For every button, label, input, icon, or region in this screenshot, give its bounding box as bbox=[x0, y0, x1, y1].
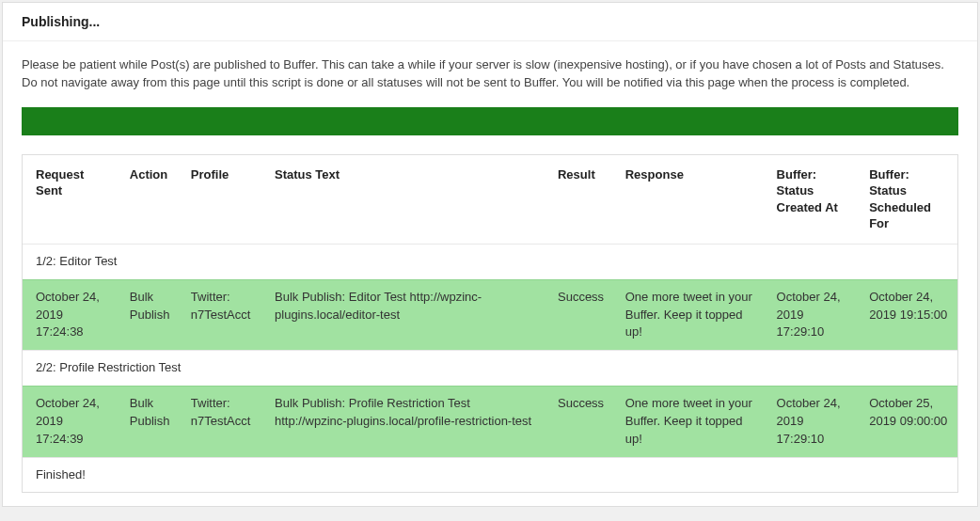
col-result: Result bbox=[548, 155, 616, 245]
cell-response: One more tweet in your Buffer. Keep it t… bbox=[616, 279, 767, 351]
notice-text: Please be patient while Post(s) are publ… bbox=[22, 56, 958, 92]
section-row: 1/2: Editor Test bbox=[23, 244, 957, 279]
panel-title: Publishing... bbox=[3, 3, 977, 41]
col-request-sent: Request Sent bbox=[23, 155, 120, 245]
results-table: Request Sent Action Profile Status Text … bbox=[23, 155, 957, 493]
cell-created-at: October 24, 2019 17:29:10 bbox=[767, 279, 861, 351]
cell-action: Bulk Publish bbox=[120, 387, 182, 458]
progress-bar bbox=[22, 107, 958, 135]
cell-result: Success bbox=[548, 279, 616, 351]
cell-profile: Twitter: n7TestAcct bbox=[182, 387, 265, 458]
publishing-panel: Publishing... Please be patient while Po… bbox=[2, 2, 978, 507]
table-row: October 24, 2019 17:24:38 Bulk Publish T… bbox=[23, 279, 957, 351]
cell-request-sent: October 24, 2019 17:24:39 bbox=[23, 387, 120, 458]
cell-profile: Twitter: n7TestAcct bbox=[182, 279, 265, 351]
section-label: 1/2: Editor Test bbox=[23, 244, 957, 279]
col-status-text: Status Text bbox=[265, 155, 548, 245]
section-label: 2/2: Profile Restriction Test bbox=[23, 351, 957, 387]
cell-response: One more tweet in your Buffer. Keep it t… bbox=[616, 387, 767, 458]
col-profile: Profile bbox=[182, 155, 265, 245]
col-action: Action bbox=[120, 155, 182, 245]
results-table-wrap: Request Sent Action Profile Status Text … bbox=[22, 154, 958, 494]
panel-body: Please be patient while Post(s) are publ… bbox=[3, 41, 977, 506]
cell-status-text: Bulk Publish: Editor Test http://wpzinc-… bbox=[265, 279, 548, 351]
finished-row: Finished! bbox=[23, 457, 957, 492]
table-header-row: Request Sent Action Profile Status Text … bbox=[23, 155, 957, 245]
cell-request-sent: October 24, 2019 17:24:38 bbox=[23, 279, 120, 351]
cell-scheduled-for: October 24, 2019 19:15:00 bbox=[860, 279, 957, 351]
cell-created-at: October 24, 2019 17:29:10 bbox=[767, 387, 861, 458]
section-row: 2/2: Profile Restriction Test bbox=[23, 351, 957, 387]
col-scheduled-for: Buffer: Status Scheduled For bbox=[860, 155, 957, 245]
cell-scheduled-for: October 25, 2019 09:00:00 bbox=[860, 387, 957, 458]
cell-result: Success bbox=[548, 387, 616, 458]
table-row: October 24, 2019 17:24:39 Bulk Publish T… bbox=[23, 387, 957, 458]
cell-status-text: Bulk Publish: Profile Restriction Test h… bbox=[265, 387, 548, 458]
col-response: Response bbox=[616, 155, 767, 245]
finished-label: Finished! bbox=[23, 457, 957, 492]
cell-action: Bulk Publish bbox=[120, 279, 182, 351]
col-created-at: Buffer: Status Created At bbox=[767, 155, 861, 245]
